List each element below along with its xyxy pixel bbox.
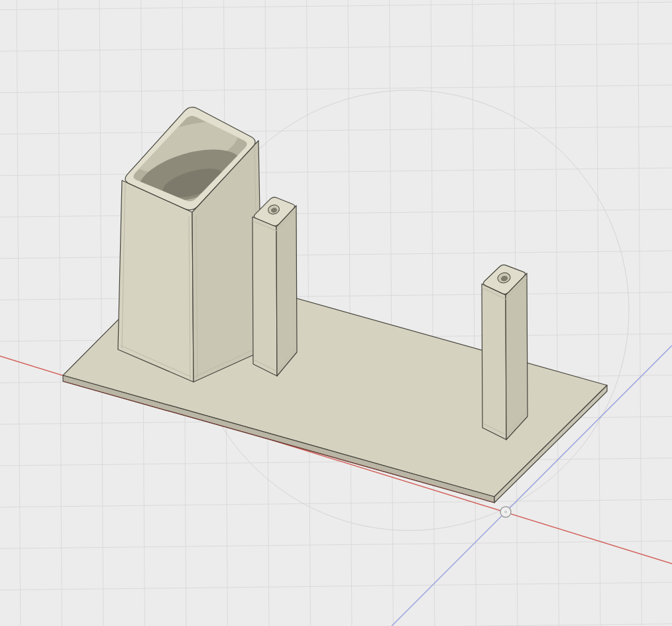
model-post-middle[interactable]: [252, 197, 297, 376]
origin-marker[interactable]: [500, 507, 511, 517]
model-post-right[interactable]: [482, 265, 528, 440]
viewport-canvas[interactable]: [0, 0, 672, 626]
cad-viewport[interactable]: [0, 0, 672, 626]
box-face-front-left[interactable]: [118, 180, 194, 382]
post-middle-face-left[interactable]: [252, 217, 277, 376]
post-right-face-left[interactable]: [482, 284, 506, 440]
origin-dot: [504, 511, 507, 513]
post-middle-face-right[interactable]: [276, 206, 297, 376]
